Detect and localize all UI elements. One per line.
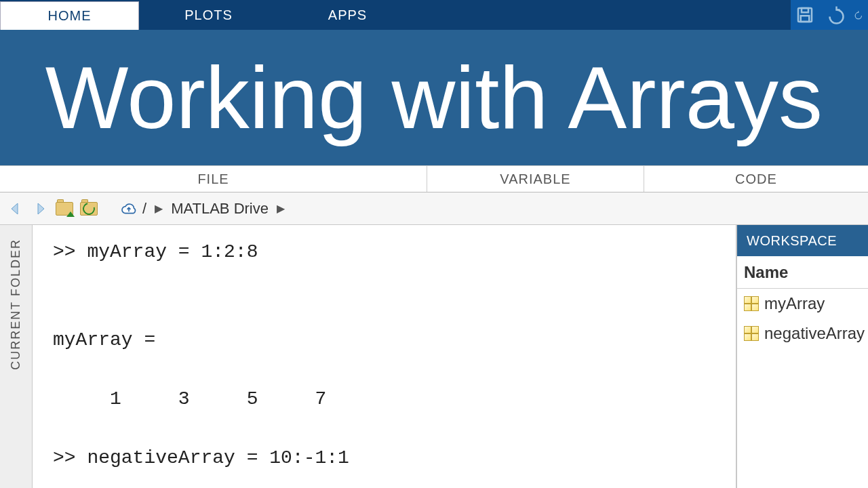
undo-icon[interactable] bbox=[825, 5, 845, 25]
nav-back-icon[interactable] bbox=[5, 199, 26, 219]
tab-apps[interactable]: APPS bbox=[278, 0, 417, 30]
redo-icon[interactable] bbox=[854, 5, 864, 25]
workspace-var-name: negativeArray bbox=[764, 324, 865, 343]
breadcrumb-root[interactable]: / bbox=[142, 200, 146, 218]
work-area: CURRENT FOLDER >> myArray = 1:2:8 myArra… bbox=[0, 225, 868, 488]
current-folder-panel-collapsed[interactable]: CURRENT FOLDER bbox=[0, 225, 33, 488]
chevron-right-icon[interactable]: ▶ bbox=[151, 202, 167, 215]
workspace-var-row[interactable]: myArray bbox=[737, 289, 868, 319]
current-folder-label: CURRENT FOLDER bbox=[9, 239, 23, 370]
workspace-column-name[interactable]: Name bbox=[737, 256, 868, 289]
command-window[interactable]: >> myArray = 1:2:8 myArray = 1 3 5 7 >> … bbox=[33, 225, 736, 488]
nav-forward-icon[interactable] bbox=[30, 199, 50, 219]
variable-icon bbox=[744, 296, 759, 311]
address-bar: / ▶ MATLAB Drive ▶ bbox=[0, 192, 868, 225]
video-title-banner: Working with Arrays bbox=[0, 30, 868, 165]
toolstrip-sections: FILE VARIABLE CODE bbox=[0, 165, 868, 192]
toolstrip-tabs: HOME PLOTS APPS bbox=[0, 0, 868, 30]
variable-icon bbox=[744, 326, 759, 341]
workspace-var-row[interactable]: negativeArray bbox=[737, 319, 868, 348]
workspace-var-name: myArray bbox=[764, 294, 825, 313]
cloud-icon bbox=[119, 202, 138, 216]
workspace-title: WORKSPACE bbox=[737, 225, 868, 256]
save-icon[interactable] bbox=[795, 5, 815, 25]
svg-rect-2 bbox=[801, 16, 810, 22]
breadcrumb-drive[interactable]: MATLAB Drive bbox=[171, 200, 269, 218]
section-code: CODE bbox=[644, 166, 868, 192]
quick-access-toolbar bbox=[791, 0, 868, 30]
section-variable: VARIABLE bbox=[427, 166, 644, 192]
section-file: FILE bbox=[0, 166, 427, 192]
banner-text: Working with Arrays bbox=[45, 47, 823, 148]
workspace-panel: WORKSPACE Name myArray negativeArray bbox=[736, 225, 868, 488]
svg-rect-1 bbox=[802, 8, 808, 12]
chevron-right-icon[interactable]: ▶ bbox=[273, 202, 289, 215]
tab-home[interactable]: HOME bbox=[0, 1, 139, 30]
folder-browse-icon[interactable] bbox=[79, 199, 99, 219]
tab-plots[interactable]: PLOTS bbox=[139, 0, 278, 30]
folder-up-icon[interactable] bbox=[54, 199, 75, 219]
